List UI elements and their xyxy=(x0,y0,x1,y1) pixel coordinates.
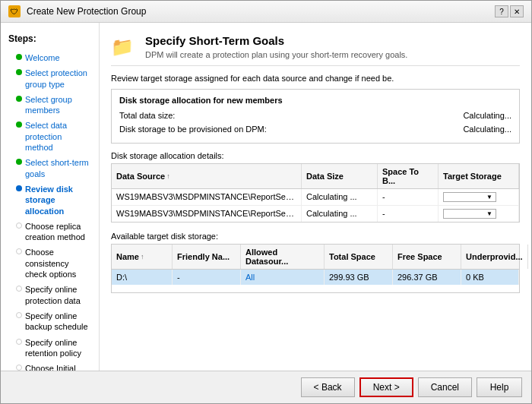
sidebar-label-short-term: Select short-term goals xyxy=(25,157,91,179)
sidebar-label-review-disk: Review disk storage allocation xyxy=(25,184,91,216)
alloc-cell-spacetob-1: - xyxy=(378,189,439,205)
window-title: Create New Protection Group xyxy=(27,6,146,17)
chevron-down-icon: ▼ xyxy=(486,194,492,200)
disk-alloc-title: Disk storage allocation for new members xyxy=(119,96,511,105)
allocation-row-2: WS19MABSV3\MSDPMINSTANCE\ReportServe... … xyxy=(112,206,519,222)
header-friendly: Friendly Na... xyxy=(173,245,241,269)
target-storage-dropdown-1[interactable]: ▼ xyxy=(443,192,514,202)
dot-replica xyxy=(16,223,22,229)
target-cell-totalspace-1: 299.93 GB xyxy=(325,270,393,285)
sidebar-item-replica-creation[interactable]: Choose replica creation method xyxy=(1,219,99,245)
dot-initial-replication xyxy=(16,365,22,371)
alloc-cell-target-2: ▼ xyxy=(439,206,519,222)
sort-icon-datasource: ↑ xyxy=(166,172,170,180)
dot-review-disk xyxy=(16,185,22,191)
target-cell-allowed-1: All xyxy=(241,270,325,285)
help-icon-btn[interactable]: ? xyxy=(495,5,508,17)
disk-storage-value: Calculating... xyxy=(463,125,511,134)
disk-storage-label: Disk storage to be provisioned on DPM: xyxy=(119,125,267,134)
sidebar-label-replica: Choose replica creation method xyxy=(25,221,91,243)
dot-online-backup xyxy=(16,312,22,318)
sidebar-label-online-protection: Specify online protection data xyxy=(25,284,91,306)
sidebar-item-short-term-goals[interactable]: Select short-term goals xyxy=(1,155,99,181)
total-data-size-row: Total data size: Calculating... xyxy=(119,109,511,122)
window-controls: ? ✕ xyxy=(495,5,524,17)
target-storage-dropdown-2[interactable]: ▼ xyxy=(443,209,514,219)
target-disk-row-1[interactable]: D:\ - All 299.93 GB 296.37 GB 0 KB xyxy=(112,270,519,285)
target-disk-header: Name ↑ Friendly Na... Allowed Datasour..… xyxy=(112,245,519,270)
header-text-block: Specify Short-Term Goals DPM will create… xyxy=(145,34,407,59)
alloc-cell-datasize-1: Calculating ... xyxy=(302,189,378,205)
allocation-table-body: WS19MABSV3\MSDPMINSTANCE\ReportServe... … xyxy=(112,189,519,222)
dot-short-term xyxy=(16,159,22,165)
page-header: 📁 Specify Short-Term Goals DPM will crea… xyxy=(111,34,520,66)
dot-online-protection xyxy=(16,286,22,292)
header-targetstorage: Target Storage xyxy=(439,164,519,188)
disk-allocation-box: Disk storage allocation for new members … xyxy=(111,89,520,144)
header-datasource: Data Source ↑ xyxy=(112,164,302,188)
allocation-row-1: WS19MABSV3\MSDPMINSTANCE\ReportServe... … xyxy=(112,189,519,206)
sidebar-item-welcome[interactable]: Welcome xyxy=(1,50,99,65)
alloc-cell-target-1: ▼ xyxy=(439,189,519,205)
sidebar-item-protection-group-type[interactable]: Select protection group type xyxy=(1,65,99,92)
main-content: 📁 Specify Short-Term Goals DPM will crea… xyxy=(100,23,531,371)
alloc-cell-datasource-2: WS19MABSV3\MSDPMINSTANCE\ReportServe... xyxy=(112,206,302,222)
dropdown-field-1[interactable]: ▼ xyxy=(443,192,496,202)
sidebar-label-data-protection: Select data protection method xyxy=(25,120,91,153)
allocation-details-title: Disk storage allocation details: xyxy=(111,151,520,160)
instruction-text: Review target storage assigned for each … xyxy=(111,74,520,83)
header-datasize: Data Size xyxy=(302,164,378,188)
title-icon: 🛡 xyxy=(8,5,21,17)
header-name: Name ↑ xyxy=(112,245,173,269)
target-cell-friendly-1: - xyxy=(173,270,241,285)
footer: < Back Next > Cancel Help xyxy=(1,371,531,403)
help-button[interactable]: Help xyxy=(477,377,522,397)
dropdown-field-2[interactable]: ▼ xyxy=(443,209,496,219)
main-window: 🛡 Create New Protection Group ? ✕ Steps:… xyxy=(0,0,532,404)
target-cell-freespace-1: 296.37 GB xyxy=(393,270,461,285)
sidebar-label-protection-type: Select protection group type xyxy=(25,68,91,90)
target-cell-name-1: D:\ xyxy=(112,270,173,285)
header-allowed: Allowed Datasour... xyxy=(241,245,325,269)
dot-welcome xyxy=(16,54,22,60)
folder-icon: 📁 xyxy=(111,36,134,58)
header-freespace: Free Space xyxy=(393,245,461,269)
disk-storage-row: Disk storage to be provisioned on DPM: C… xyxy=(119,123,511,135)
sidebar-label-group-members: Select group members xyxy=(25,94,91,116)
sidebar-item-online-backup[interactable]: Specify online backup schedule xyxy=(1,308,99,335)
alloc-cell-datasize-2: Calculating ... xyxy=(302,206,378,222)
sidebar-item-group-members[interactable]: Select group members xyxy=(1,92,99,118)
cancel-button[interactable]: Cancel xyxy=(418,377,472,397)
dot-group-members xyxy=(16,96,22,102)
alloc-cell-datasource-1: WS19MABSV3\MSDPMINSTANCE\ReportServe... xyxy=(112,189,302,205)
back-button[interactable]: < Back xyxy=(301,377,355,397)
sidebar-item-review-disk[interactable]: Review disk storage allocation xyxy=(1,181,99,219)
header-totalspace: Total Space xyxy=(325,245,393,269)
sidebar-item-online-retention[interactable]: Specify online retention policy xyxy=(1,335,99,361)
total-data-size-value: Calculating... xyxy=(463,111,511,120)
target-disk-title: Available target disk storage: xyxy=(111,232,520,241)
close-button[interactable]: ✕ xyxy=(510,5,524,17)
content-area: Steps: Welcome Select protection group t… xyxy=(1,23,531,371)
dot-consistency xyxy=(16,248,22,254)
allocation-details-table: Data Source ↑ Data Size Space To B... Ta… xyxy=(111,163,520,223)
sidebar-header: Steps: xyxy=(1,30,99,50)
allocation-table-header: Data Source ↑ Data Size Space To B... Ta… xyxy=(112,164,519,189)
target-cell-underprov-1: 0 KB xyxy=(461,270,519,285)
sidebar-item-consistency-check[interactable]: Choose consistency check options xyxy=(1,245,99,282)
target-disk-table: Name ↑ Friendly Na... Allowed Datasour..… xyxy=(111,244,520,293)
sidebar-label-welcome: Welcome xyxy=(25,52,60,63)
dot-online-retention xyxy=(16,339,22,345)
total-data-size-label: Total data size: xyxy=(119,111,175,120)
sidebar-item-data-protection[interactable]: Select data protection method xyxy=(1,118,99,155)
sidebar-label-consistency: Choose consistency check options xyxy=(25,247,91,279)
next-button[interactable]: Next > xyxy=(359,377,413,397)
sidebar-label-online-backup: Specify online backup schedule xyxy=(25,311,91,333)
target-disk-body: D:\ - All 299.93 GB 296.37 GB 0 KB xyxy=(112,270,519,292)
sort-icon-name: ↑ xyxy=(141,253,144,260)
page-title: Specify Short-Term Goals xyxy=(145,34,407,47)
sidebar-item-initial-replication[interactable]: Choose Initial Online Replication xyxy=(1,361,99,371)
header-underprov: Underprovid... xyxy=(461,245,528,269)
title-bar: 🛡 Create New Protection Group ? ✕ xyxy=(1,1,531,23)
sidebar-item-online-protection[interactable]: Specify online protection data xyxy=(1,282,99,308)
